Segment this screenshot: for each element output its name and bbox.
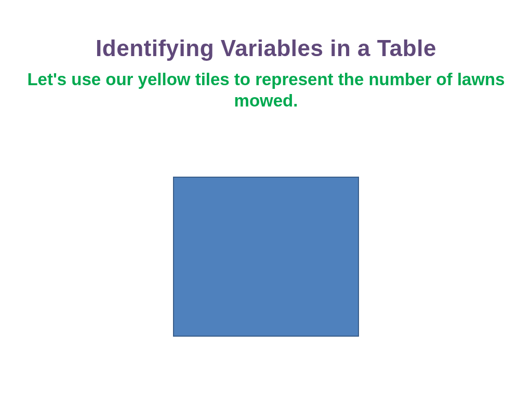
tile-container xyxy=(0,177,532,337)
blue-tile xyxy=(173,177,359,337)
slide-subtitle: Let's use our yellow tiles to represent … xyxy=(0,61,532,112)
slide-title: Identifying Variables in a Table xyxy=(0,0,532,61)
